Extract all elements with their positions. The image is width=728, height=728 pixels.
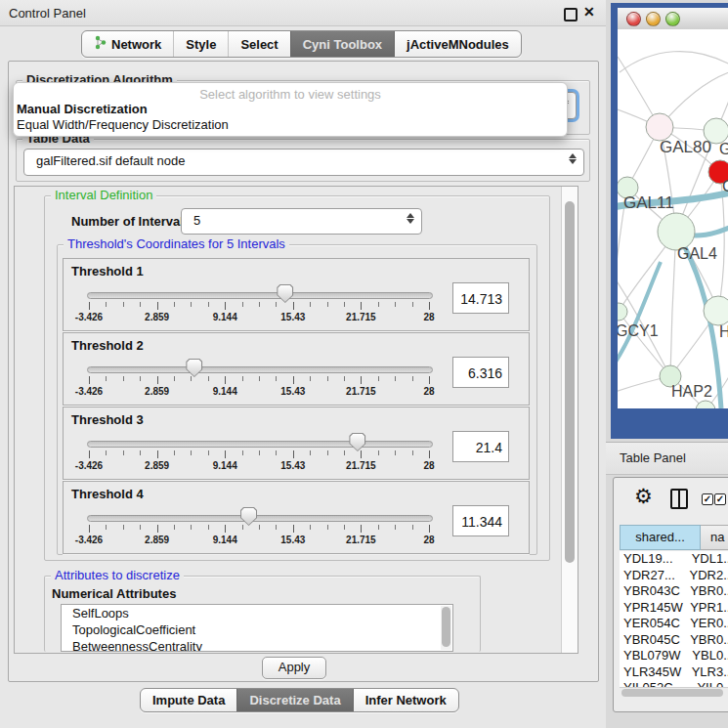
cell-shared-name: YBR043C (620, 583, 686, 600)
slider-thumb[interactable] (186, 359, 202, 377)
tick-mark (361, 302, 362, 310)
node-label: G (719, 141, 728, 157)
scrollbar-thumb[interactable] (565, 201, 575, 563)
tab-label: Cyni Toolbox (303, 37, 382, 52)
cell-name: YER0... (686, 616, 728, 632)
number-of-intervals-label: Number of Intervals (71, 214, 191, 229)
table-data-combobox[interactable]: galFiltered.sif default node (23, 149, 584, 176)
threshold-value-field[interactable]: 6.316 (452, 357, 509, 388)
dropdown-option-equal-width-frequency[interactable]: Equal Width/Frequency Discretization (14, 117, 567, 133)
tick-mark (208, 302, 209, 307)
tick-label: 9.144 (213, 535, 237, 545)
tick-label: 2.859 (145, 535, 169, 545)
scrollbar-thumb[interactable] (621, 689, 723, 697)
table-row[interactable]: YER054CYER0... (620, 616, 728, 632)
network-node[interactable] (704, 296, 728, 325)
threshold-value-field[interactable]: 11.344 (452, 505, 509, 536)
list-scrollbar-thumb[interactable] (442, 607, 450, 647)
tick-label: -3.426 (75, 312, 103, 322)
tick-mark (174, 376, 175, 381)
cell-name: YDR2... (685, 568, 728, 584)
slider-ticks (87, 525, 431, 535)
attribute-item[interactable]: TopologicalCoefficient (62, 621, 452, 638)
horizontal-scrollbar[interactable] (620, 687, 728, 699)
vertical-scrollbar[interactable] (561, 187, 578, 653)
number-of-intervals-combobox[interactable]: 5 (181, 208, 422, 235)
threshold-value-field[interactable]: 21.4 (452, 431, 509, 462)
tick-mark (208, 376, 209, 381)
tick-mark (327, 302, 328, 307)
table-row[interactable]: YPR145WYPR1... (620, 600, 728, 617)
threshold-value-field[interactable]: 14.713 (452, 282, 509, 314)
tab-impute-data[interactable]: Impute Data (141, 689, 236, 711)
table-row[interactable]: YIL052CYIL0... (620, 680, 728, 687)
close-icon[interactable]: ✕ (583, 4, 595, 20)
tick-mark (140, 376, 141, 381)
checkbox-checked-icon[interactable]: ✓ (714, 493, 726, 505)
column-header-shared[interactable]: shared... (620, 525, 701, 550)
threshold-panels: Threshold 1-3.4262.8599.14415.4321.71528… (63, 258, 530, 553)
table-row[interactable]: YLR345WYLR3... (620, 664, 728, 681)
table-header-row: shared... na (620, 525, 728, 550)
tab-label: jActiveMNodules (407, 37, 509, 52)
tab-label: Impute Data (152, 693, 225, 707)
tick-mark (412, 450, 413, 455)
tick-label: 28 (423, 386, 434, 397)
minimize-traffic-light[interactable] (646, 12, 661, 26)
slider-thumb[interactable] (349, 433, 365, 451)
close-traffic-light[interactable] (626, 12, 641, 26)
attribute-item[interactable]: BetweennessCentrality (62, 638, 452, 652)
tick-label: 28 (423, 312, 434, 322)
tick-mark (395, 376, 396, 381)
numerical-attributes-list[interactable]: SelfLoopsTopologicalCoefficientBetweenne… (61, 604, 453, 652)
apply-button[interactable]: Apply (262, 657, 326, 679)
slider-ticks (87, 376, 431, 386)
list-scrollbar[interactable] (441, 606, 451, 650)
slider-track[interactable] (87, 441, 433, 448)
dropdown-option-manual-discretization[interactable]: Manual Discretization (14, 102, 567, 117)
network-node[interactable] (618, 303, 627, 321)
slider-track[interactable] (87, 515, 433, 522)
network-window-titlebar[interactable] (618, 8, 728, 30)
slider-track[interactable] (87, 292, 433, 299)
tick-label: 15.43 (280, 535, 305, 545)
slider-thumb[interactable] (240, 507, 257, 526)
table-row[interactable]: YDL19...YDL1... (620, 551, 728, 568)
tab-select[interactable]: Select (228, 31, 289, 57)
tab-jactivemnodules[interactable]: jActiveMNodules (394, 31, 521, 57)
network-node[interactable] (646, 113, 673, 141)
tab-discretize-data[interactable]: Discretize Data (236, 689, 352, 711)
split-columns-icon[interactable] (670, 489, 688, 509)
zoom-traffic-light[interactable] (665, 12, 680, 26)
column-header-name[interactable]: na (701, 525, 728, 550)
threshold-label: Threshold 1 (71, 264, 144, 278)
node-label: HAP2 (671, 383, 712, 400)
tab-network[interactable]: Network (82, 31, 173, 57)
slider-ticks (87, 302, 431, 312)
gear-icon[interactable]: ⚙ (634, 485, 653, 508)
tick-mark (429, 376, 430, 384)
tick-mark (140, 450, 141, 455)
tab-infer-network[interactable]: Infer Network (353, 689, 458, 711)
tab-style[interactable]: Style (173, 31, 228, 57)
tab-cyni-toolbox[interactable]: Cyni Toolbox (290, 31, 394, 57)
cell-shared-name: YIL052C (620, 680, 693, 687)
tick-mark (89, 525, 90, 533)
tick-mark (327, 525, 328, 530)
tick-label: 9.144 (213, 460, 237, 471)
tick-mark (293, 525, 294, 533)
tick-label: 2.859 (145, 312, 169, 322)
threshold-label: Threshold 4 (71, 487, 144, 501)
network-canvas[interactable]: GAL80GAL11GAL4GCY1HHAP2GC (618, 29, 728, 408)
checkbox-checked-icon[interactable]: ✓ (702, 493, 713, 505)
slider-thumb[interactable] (277, 284, 293, 303)
tick-mark (89, 450, 90, 458)
node-label: GCY1 (618, 322, 659, 339)
slider-track[interactable] (87, 366, 433, 373)
table-row[interactable]: YDR27...YDR2... (620, 568, 728, 584)
table-row[interactable]: YBL079WYBL0... (620, 648, 728, 664)
attribute-item[interactable]: SelfLoops (62, 605, 452, 621)
table-row[interactable]: YBR045CYBR0... (620, 632, 728, 649)
float-window-icon[interactable] (564, 8, 578, 21)
table-row[interactable]: YBR043CYBR0... (620, 583, 728, 600)
